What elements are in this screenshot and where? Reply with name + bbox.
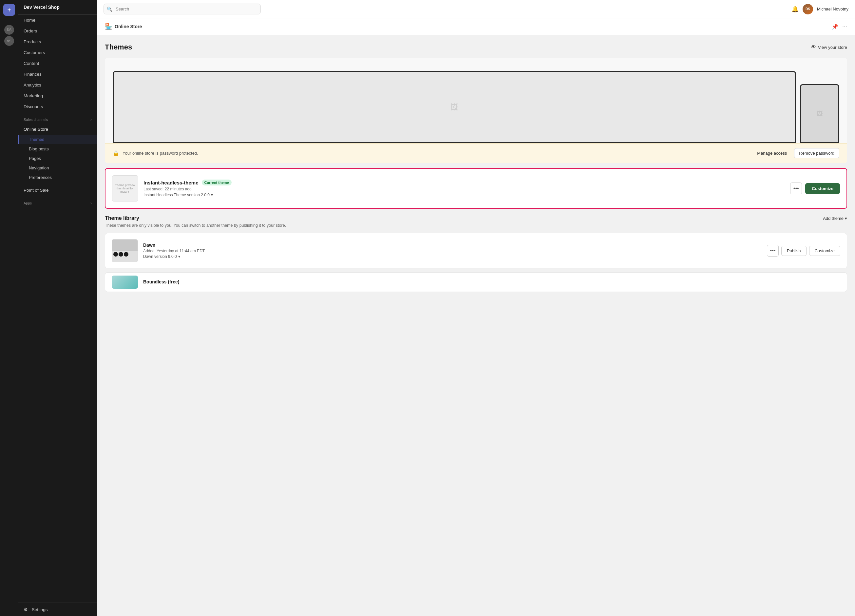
sidebar: Dev Vercel Shop Home Orders Products Cus…: [18, 0, 97, 616]
dawn-theme-name: Dawn: [143, 242, 762, 248]
mobile-device-preview: 🖼: [800, 84, 839, 143]
apps-section: Apps ›: [18, 196, 97, 207]
content-topbar-title: Online Store: [115, 24, 142, 29]
dawn-version-chevron-icon: ▾: [178, 254, 180, 259]
chevron-right-icon: ›: [90, 117, 92, 122]
dawn-theme-thumbnail: [112, 239, 138, 262]
theme-saved-time: Last saved: 22 minutes ago: [144, 187, 785, 192]
dawn-theme-actions: ••• Publish Customize: [767, 245, 840, 257]
avatar-ds: DS: [4, 25, 14, 35]
dawn-theme-added: Added: Yesterday at 11:44 am EDT: [143, 249, 762, 253]
sidebar-item-pages[interactable]: Pages: [18, 154, 97, 163]
add-theme-chevron-icon: ▾: [845, 216, 847, 221]
content-area: 🏪 Online Store 📌 ··· Themes 👁 View your …: [97, 18, 855, 616]
add-theme-button[interactable]: Add theme ▾: [823, 216, 847, 221]
current-theme-thumbnail: Theme preview thumbnail for Instant-: [112, 175, 138, 202]
search-input[interactable]: [104, 4, 261, 14]
sidebar-item-orders[interactable]: Orders: [18, 26, 97, 36]
theme-library-title: Theme library: [105, 215, 139, 221]
search-container: 🔍: [104, 4, 261, 14]
manage-access-button[interactable]: Manage access: [753, 149, 791, 158]
online-store-icon: 🏪: [105, 23, 112, 30]
broken-image-icon: 🖼: [450, 103, 458, 112]
sidebar-item-content[interactable]: Content: [18, 58, 97, 69]
sidebar-item-navigation[interactable]: Navigation: [18, 163, 97, 173]
content-inner: Themes 👁 View your store 🖼 🖼: [97, 35, 855, 300]
avatar-vs: VS: [4, 36, 14, 46]
current-theme-badge: Current theme: [202, 179, 231, 185]
dawn-customize-button[interactable]: Customize: [809, 246, 840, 256]
current-theme-actions: ••• Customize: [790, 182, 840, 194]
sidebar-item-marketing[interactable]: Marketing: [18, 90, 97, 101]
bell-icon[interactable]: 🔔: [791, 6, 799, 13]
boundless-name: Boundless (free): [143, 279, 840, 284]
current-theme-name: Instant-headless-theme: [144, 180, 199, 185]
dawn-publish-button[interactable]: Publish: [781, 246, 806, 256]
sidebar-item-blog-posts[interactable]: Blog posts: [18, 144, 97, 154]
theme-library-section: Theme library Add theme ▾ These themes a…: [105, 215, 847, 292]
theme-preview-images: 🖼 🖼: [105, 58, 847, 143]
sidebar-item-home[interactable]: Home: [18, 15, 97, 26]
sidebar-item-discounts[interactable]: Discounts: [18, 101, 97, 112]
sidebar-item-themes[interactable]: Themes: [18, 135, 97, 144]
content-topbar-right: 📌 ···: [832, 23, 847, 30]
dawn-theme-card: Dawn Added: Yesterday at 11:44 am EDT Da…: [105, 233, 847, 268]
lock-icon: 🔒: [113, 150, 119, 156]
current-theme-section: Theme preview thumbnail for Instant- Ins…: [105, 168, 847, 209]
topbar-right: 🔔 DS Michael Novotny: [791, 4, 849, 14]
sidebar-item-products[interactable]: Products: [18, 36, 97, 47]
theme-version: Instant Headless Theme version 2.0.0 ▾: [144, 193, 785, 197]
page-title: Themes: [105, 43, 132, 51]
dawn-more-button[interactable]: •••: [767, 245, 779, 257]
view-store-button[interactable]: 👁 View your store: [811, 44, 847, 50]
current-theme-info: Instant-headless-theme Current theme Las…: [144, 179, 785, 197]
eye-icon: 👁: [811, 44, 816, 50]
current-theme-customize-button[interactable]: Customize: [805, 183, 840, 194]
theme-preview-card: 🖼 🖼 🔒 Your online store is password prot…: [105, 58, 847, 163]
avatar: DS: [803, 4, 813, 14]
sidebar-item-settings[interactable]: ⚙ Settings: [18, 602, 97, 616]
icon-bar: + DS VS: [0, 0, 18, 616]
theme-library-description: These themes are only visible to you. Yo…: [105, 223, 847, 228]
password-banner: 🔒 Your online store is password protecte…: [105, 143, 847, 163]
page-header: Themes 👁 View your store: [105, 43, 847, 51]
apps-chevron-icon: ›: [90, 201, 92, 205]
theme-library-header: Theme library Add theme ▾: [105, 215, 847, 221]
content-topbar: 🏪 Online Store 📌 ···: [97, 18, 855, 35]
main-area: 🔍 🔔 DS Michael Novotny 🏪 Online Store 📌 …: [97, 0, 855, 616]
desktop-device-preview: 🖼: [113, 71, 796, 143]
mobile-broken-image-icon: 🖼: [816, 110, 823, 118]
topbar: 🔍 🔔 DS Michael Novotny: [97, 0, 855, 18]
sidebar-item-preferences[interactable]: Preferences: [18, 173, 97, 182]
content-topbar-left: 🏪 Online Store: [105, 23, 142, 30]
more-options-icon[interactable]: ···: [842, 23, 847, 30]
sidebar-item-finances[interactable]: Finances: [18, 69, 97, 80]
user-name: Michael Novotny: [817, 6, 849, 11]
shopify-logo[interactable]: +: [3, 4, 15, 16]
search-icon: 🔍: [107, 6, 112, 12]
theme-name-row: Instant-headless-theme Current theme: [144, 179, 785, 185]
boundless-theme-card: Boundless (free): [105, 272, 847, 292]
remove-password-button[interactable]: Remove password: [794, 148, 839, 158]
sidebar-item-pos[interactable]: Point of Sale: [18, 185, 97, 196]
pin-icon[interactable]: 📌: [832, 24, 838, 30]
version-chevron-icon: ▾: [211, 193, 213, 197]
boundless-thumbnail: [112, 276, 138, 289]
dawn-theme-version: Dawn version 9.0.0 ▾: [143, 254, 762, 259]
sidebar-item-analytics[interactable]: Analytics: [18, 80, 97, 90]
sales-channels-section: Sales channels ›: [18, 112, 97, 124]
current-theme-more-button[interactable]: •••: [790, 182, 802, 194]
sidebar-item-online-store[interactable]: Online Store: [18, 124, 97, 135]
dawn-theme-info: Dawn Added: Yesterday at 11:44 am EDT Da…: [143, 242, 762, 259]
sidebar-item-customers[interactable]: Customers: [18, 47, 97, 58]
password-message: Your online store is password protected.: [123, 151, 750, 156]
boundless-info: Boundless (free): [143, 279, 840, 285]
sidebar-shop-name: Dev Vercel Shop: [18, 0, 97, 15]
